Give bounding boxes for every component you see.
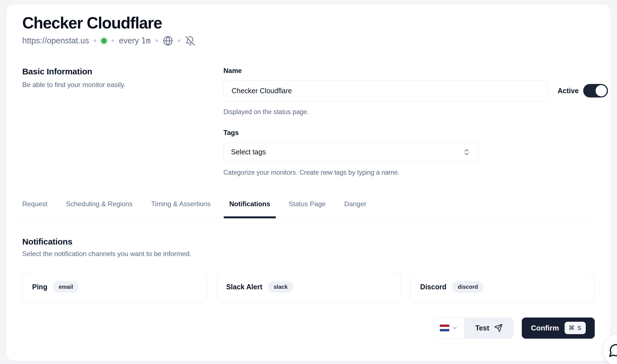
confirm-button-label: Confirm xyxy=(531,324,559,332)
channel-provider-badge: discord xyxy=(452,281,483,293)
active-toggle-group: Active xyxy=(558,84,608,97)
page-title: Checker Cloudflare xyxy=(22,14,595,32)
channel-name: Discord xyxy=(420,283,446,291)
frequency-prefix: every xyxy=(119,36,139,45)
chevron-down-icon xyxy=(452,325,458,331)
send-icon xyxy=(494,324,503,332)
basic-information-fields: Name Active Displayed on the status page… xyxy=(223,67,608,176)
status-up-dot xyxy=(101,38,107,44)
tab-timing-assertions[interactable]: Timing & Assertions xyxy=(146,200,216,218)
channel-card-slack-alert[interactable]: Slack Alert slack xyxy=(216,272,401,302)
chevrons-up-down-icon xyxy=(463,148,470,156)
channel-provider-badge: email xyxy=(53,281,79,293)
tags-select[interactable]: Select tags xyxy=(223,142,478,162)
monitor-url: https://openstat.us xyxy=(22,36,89,45)
basic-information-description: Be able to find your monitor easily. xyxy=(22,81,223,89)
frequency-value: 1m xyxy=(141,36,151,45)
tab-danger[interactable]: Danger xyxy=(339,200,372,218)
basic-information-section: Basic Information Be able to find your m… xyxy=(22,67,595,176)
message-bubble-icon xyxy=(609,343,617,358)
notifications-description: Select the notification channels you wan… xyxy=(22,250,595,258)
monitor-meta-row: https://openstat.us every 1m xyxy=(22,36,595,46)
tags-field-label: Tags xyxy=(223,129,608,137)
footer-actions: Test Confirm ⌘ S xyxy=(22,318,595,339)
tags-help-text: Categorize your monitors. Create new tag… xyxy=(223,169,608,176)
tab-notifications[interactable]: Notifications xyxy=(224,200,276,218)
active-toggle[interactable] xyxy=(583,84,608,97)
tab-request[interactable]: Request xyxy=(17,200,53,218)
globe-icon xyxy=(163,36,173,46)
channel-provider-badge: slack xyxy=(268,281,293,293)
active-label: Active xyxy=(558,87,579,95)
name-help-text: Displayed on the status page. xyxy=(223,108,608,116)
name-row: Active xyxy=(223,80,608,101)
test-button-group: Test xyxy=(433,318,514,339)
test-button-label: Test xyxy=(475,324,489,332)
tags-field: Tags Select tags Categorize your monitor… xyxy=(223,129,608,176)
channel-name: Slack Alert xyxy=(226,283,262,291)
channel-card-discord[interactable]: Discord discord xyxy=(410,272,595,302)
notification-channels: Ping email Slack Alert slack Discord dis… xyxy=(22,272,595,302)
name-field-label: Name xyxy=(223,67,608,75)
monitor-settings-card: Checker Cloudflare https://openstat.us e… xyxy=(6,4,611,361)
netherlands-flag-icon xyxy=(440,325,449,331)
tags-select-placeholder: Select tags xyxy=(231,148,266,156)
separator-dot xyxy=(178,39,180,42)
separator-dot xyxy=(112,39,114,42)
confirm-shortcut-kbd: ⌘ S xyxy=(565,322,586,334)
test-button[interactable]: Test xyxy=(465,318,514,339)
bell-off-icon xyxy=(185,36,195,46)
tab-status-page[interactable]: Status Page xyxy=(283,200,331,218)
frequency-text: every 1m xyxy=(119,36,151,45)
channel-card-ping[interactable]: Ping email xyxy=(22,272,207,302)
name-input[interactable] xyxy=(223,80,547,101)
channel-name: Ping xyxy=(32,283,47,291)
basic-information-heading: Basic Information xyxy=(22,67,223,76)
basic-information-intro: Basic Information Be able to find your m… xyxy=(22,67,223,176)
confirm-button[interactable]: Confirm ⌘ S xyxy=(522,318,595,339)
notifications-heading: Notifications xyxy=(22,237,595,247)
tab-scheduling-regions[interactable]: Scheduling & Regions xyxy=(60,200,138,218)
test-region-dropdown[interactable] xyxy=(433,318,465,339)
separator-dot xyxy=(156,39,158,42)
separator-dot xyxy=(94,39,96,42)
settings-tabs: Request Scheduling & Regions Timing & As… xyxy=(17,200,595,218)
toggle-knob xyxy=(596,85,607,96)
